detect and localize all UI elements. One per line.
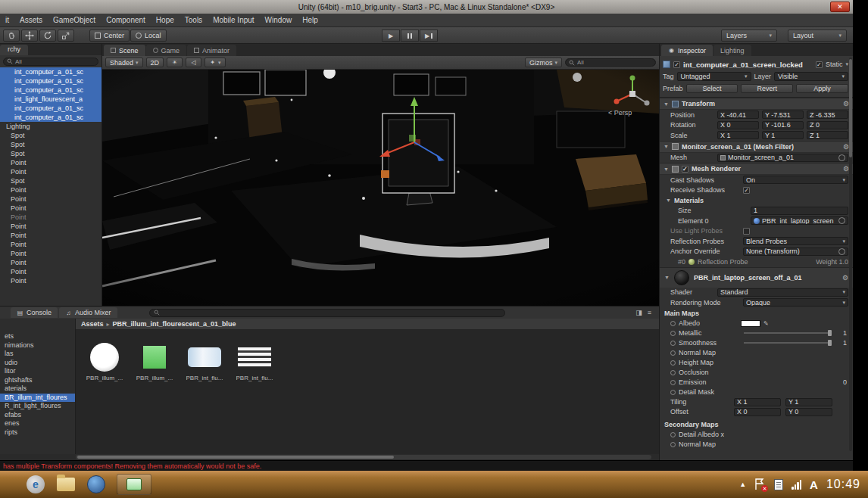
foldout-icon[interactable]: ▼ xyxy=(663,167,669,172)
gameobject-name-field[interactable]: int_computer_a_01_screen_locked xyxy=(683,61,813,69)
texture-slot-icon[interactable] xyxy=(670,442,676,447)
rendering-mode-dropdown[interactable]: Opaque ▾ xyxy=(743,298,848,307)
object-picker-icon[interactable] xyxy=(838,154,845,161)
status-bar[interactable]: has multiple Transform components! Remov… xyxy=(0,460,853,471)
material-map-row[interactable]: Detail Mask ✎ xyxy=(660,388,853,397)
map-slider[interactable] xyxy=(744,342,832,344)
mesh-object-field[interactable]: Monitor_screen_a_01 xyxy=(717,154,848,162)
asset-item[interactable]: PBR_illum_... xyxy=(85,342,124,381)
move-tool-button[interactable] xyxy=(21,30,38,42)
map-value[interactable]: 1 xyxy=(838,339,847,347)
eyedropper-icon[interactable]: ✎ xyxy=(763,320,769,327)
hierarchy-item[interactable]: Spot xyxy=(0,131,101,140)
detail-albedo-row[interactable]: Detail Albedo x xyxy=(660,430,853,440)
mesh-renderer-enabled-checkbox[interactable]: ✓ xyxy=(682,166,688,173)
project-folder-item[interactable]: udio xyxy=(0,359,75,368)
menu-item[interactable]: it xyxy=(0,16,14,24)
albedo-color-swatch[interactable] xyxy=(741,320,760,327)
hierarchy-item[interactable]: Point xyxy=(0,267,101,276)
texture-slot-icon[interactable] xyxy=(670,321,676,326)
notification-doc-icon[interactable] xyxy=(774,479,783,490)
map-value[interactable]: 1 xyxy=(838,329,847,337)
size-field[interactable]: 1 xyxy=(751,207,848,215)
hierarchy-item[interactable]: Spot xyxy=(0,149,101,158)
hidden-icons-chevron[interactable]: ▲ xyxy=(739,481,746,488)
action-center-flag-icon[interactable]: ✕ xyxy=(754,478,766,490)
project-folder-item[interactable]: efabs xyxy=(0,411,75,420)
tab-inspector[interactable]: ◉ Inspector xyxy=(661,45,713,56)
active-app-task-button[interactable] xyxy=(117,474,151,495)
tab-scene[interactable]: Scene xyxy=(104,45,145,56)
step-button[interactable]: ▶ xyxy=(420,30,438,42)
texture-slot-icon[interactable] xyxy=(670,350,676,356)
materials-foldout-row[interactable]: ▼ Materials xyxy=(660,195,853,206)
project-folder-item[interactable]: ripts xyxy=(0,428,75,437)
static-checkbox[interactable]: ✓ xyxy=(816,61,823,68)
y-field[interactable]: Y 1 xyxy=(762,131,804,139)
x-field[interactable]: X 0 xyxy=(717,121,759,129)
hierarchy-item[interactable]: int_light_flourescent_a xyxy=(0,95,101,104)
active-checkbox[interactable]: ✓ xyxy=(673,61,680,68)
texture-slot-icon[interactable] xyxy=(670,341,676,346)
menu-item[interactable]: Window xyxy=(260,16,298,24)
texture-slot-icon[interactable] xyxy=(670,360,676,366)
z-field[interactable]: Z -6.335 xyxy=(807,110,848,119)
network-signal-icon[interactable] xyxy=(792,479,801,490)
language-indicator[interactable]: A xyxy=(810,478,818,491)
scene-audio-toggle[interactable]: ◁ xyxy=(186,58,201,67)
project-folder-item[interactable]: ghtshafts xyxy=(0,376,75,385)
breadcrumb-current[interactable]: PBR_illum_int_flourescent_a_01_blue xyxy=(113,320,236,328)
project-folder-item[interactable]: las xyxy=(0,350,75,359)
texture-slot-icon[interactable] xyxy=(670,331,676,336)
hierarchy-item[interactable]: Point xyxy=(0,258,101,267)
scene-lighting-toggle[interactable]: ☀ xyxy=(167,58,183,67)
project-search-input[interactable] xyxy=(149,309,505,317)
offset-y-field[interactable]: Y 0 xyxy=(785,408,832,416)
y-field[interactable]: Y -101.6 xyxy=(762,121,804,129)
texture-slot-icon[interactable] xyxy=(670,432,676,437)
scene-search-input[interactable]: All xyxy=(565,58,656,67)
hierarchy-item[interactable]: Point xyxy=(0,195,101,204)
asset-item[interactable]: PBR_int_flu... xyxy=(235,342,274,381)
reflection-probes-dropdown[interactable]: Blend Probes ▾ xyxy=(743,237,848,245)
pivot-toggle-button[interactable]: Center xyxy=(89,30,130,42)
layer-dropdown[interactable]: Visible ▾ xyxy=(774,72,848,81)
hierarchy-item[interactable]: int_computer_a_01_sc xyxy=(0,67,101,76)
z-field[interactable]: Z 0 xyxy=(807,121,848,129)
foldout-icon[interactable]: ▼ xyxy=(664,275,670,280)
menu-item[interactable]: Mobile Input xyxy=(208,16,259,24)
receive-shadows-checkbox[interactable]: ✓ xyxy=(743,187,750,194)
layout-dropdown[interactable]: Layout ▾ xyxy=(788,30,847,42)
foldout-icon[interactable]: ▼ xyxy=(663,101,669,107)
tab-lighting[interactable]: Lighting xyxy=(713,45,751,56)
scene-viewport[interactable]: < Persp xyxy=(102,70,659,306)
asset-item[interactable]: PBR_illum_... xyxy=(135,342,174,381)
material-header[interactable]: ▼ PBR_int_laptop_screen_off_a_01 ⚙ xyxy=(660,267,853,288)
x-field[interactable]: X 1 xyxy=(717,131,759,139)
horizontal-scrollbar[interactable] xyxy=(76,455,651,459)
mesh-renderer-header[interactable]: ▼ ✓ Mesh Renderer ⚙ xyxy=(660,163,853,175)
object-picker-icon[interactable] xyxy=(838,248,845,255)
y-field[interactable]: Y -7.531 xyxy=(762,110,804,119)
hierarchy-item[interactable]: Point xyxy=(0,276,101,285)
hierarchy-item[interactable]: Point xyxy=(0,204,101,213)
hierarchy-item[interactable]: Spot xyxy=(0,140,101,149)
play-button[interactable]: ▶ xyxy=(382,30,400,42)
tiling-y-field[interactable]: Y 1 xyxy=(785,398,832,406)
2d-toggle-button[interactable]: 2D xyxy=(146,58,164,67)
prefab-revert-button[interactable]: Revert xyxy=(741,84,793,93)
project-folder-item[interactable]: R_int_light_floures xyxy=(0,402,75,411)
hierarchy-item[interactable]: Point xyxy=(0,240,101,249)
texture-slot-icon[interactable] xyxy=(670,380,676,385)
hierarchy-item[interactable]: Lighting xyxy=(0,122,101,131)
shader-dropdown[interactable]: Standard ▾ xyxy=(717,288,848,297)
gear-icon[interactable]: ⚙ xyxy=(842,274,848,282)
gear-icon[interactable]: ⚙ xyxy=(843,165,849,173)
material-map-row[interactable]: Normal Map ✎ xyxy=(660,348,853,358)
light-probes-checkbox[interactable] xyxy=(743,228,750,235)
scale-tool-button[interactable] xyxy=(58,30,74,42)
hierarchy-item[interactable]: Point xyxy=(0,167,101,176)
menu-item[interactable]: Assets xyxy=(14,16,48,24)
element0-object-field[interactable]: PBR_int_laptop_screen_ xyxy=(751,216,848,225)
static-dropdown-caret-icon[interactable]: ▾ xyxy=(845,61,848,67)
